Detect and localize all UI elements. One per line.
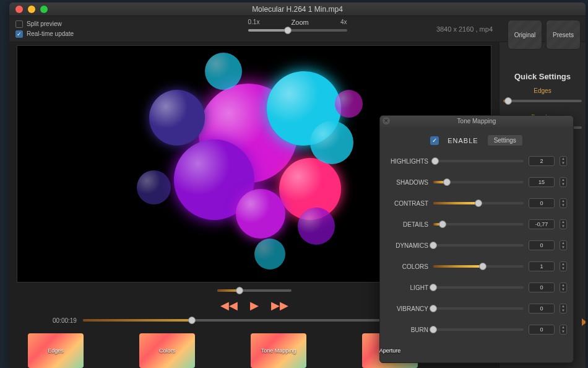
quick-settings-title: Quick Settings xyxy=(503,72,582,81)
param-value[interactable]: -0,77 xyxy=(529,219,555,229)
enable-checkbox[interactable]: ✓ xyxy=(430,136,439,145)
step-up-icon: ▲ xyxy=(560,325,566,330)
window-title: Molecular H.264 1 Min.mp4 xyxy=(9,5,586,14)
step-down-icon: ▼ xyxy=(560,203,566,208)
expand-arrow-icon[interactable] xyxy=(582,318,586,326)
step-up-icon: ▲ xyxy=(560,304,566,309)
param-slider[interactable] xyxy=(433,220,524,229)
step-up-icon: ▲ xyxy=(560,157,566,161)
time-current: 00:00:19 xyxy=(53,317,77,324)
param-row: COLORS1▲▼ xyxy=(380,259,573,274)
step-down-icon: ▼ xyxy=(560,309,566,313)
param-stepper[interactable]: ▲▼ xyxy=(560,283,567,292)
presets-button[interactable]: Presets xyxy=(546,20,581,50)
step-up-icon: ▲ xyxy=(560,241,566,245)
zoom-slider[interactable] xyxy=(248,26,347,35)
step-down-icon: ▼ xyxy=(560,224,566,229)
checkbox-icon xyxy=(15,20,23,28)
param-slider[interactable] xyxy=(433,241,524,250)
step-up-icon: ▲ xyxy=(560,220,566,224)
param-row: HIGHLIGHTS2▲▼ xyxy=(380,154,573,169)
preset-thumbnail[interactable]: Edges xyxy=(28,333,84,368)
param-stepper[interactable]: ▲▼ xyxy=(560,156,567,166)
param-value[interactable]: 0 xyxy=(529,283,555,292)
param-value[interactable]: 0 xyxy=(529,304,555,313)
enable-label: ENABLE xyxy=(447,137,478,144)
titlebar: Molecular H.264 1 Min.mp4 xyxy=(9,2,586,16)
step-down-icon: ▼ xyxy=(560,161,566,165)
param-label: DYNAMICS xyxy=(380,242,428,249)
param-label: BURN xyxy=(380,326,428,333)
play-button[interactable]: ▶ xyxy=(250,299,259,312)
checkbox-icon: ✓ xyxy=(15,30,23,38)
original-button[interactable]: Original xyxy=(508,20,542,50)
param-row: SHADOWS15▲▼ xyxy=(380,175,573,190)
param-slider[interactable] xyxy=(433,325,524,334)
tone-mapping-panel: ✕ Tone Mapping ✓ ENABLE Settings HIGHLIG… xyxy=(379,115,574,363)
step-down-icon: ▼ xyxy=(560,182,566,186)
step-down-icon: ▼ xyxy=(560,266,566,271)
param-stepper[interactable]: ▲▼ xyxy=(560,177,567,187)
zoom-control: 0.1x Zoom 4x xyxy=(248,19,347,35)
param-label: CONTRAST xyxy=(380,200,428,207)
panel-close-icon[interactable]: ✕ xyxy=(383,117,390,125)
step-up-icon: ▲ xyxy=(560,178,566,182)
param-slider[interactable] xyxy=(433,304,524,313)
step-up-icon: ▲ xyxy=(560,199,566,203)
rewind-button[interactable]: ◀◀ xyxy=(220,299,238,312)
step-down-icon: ▼ xyxy=(560,330,566,334)
param-stepper[interactable]: ▲▼ xyxy=(560,261,567,271)
panel-titlebar[interactable]: ✕ Tone Mapping xyxy=(380,116,573,127)
preview-content xyxy=(112,46,397,282)
param-stepper[interactable]: ▲▼ xyxy=(560,219,567,229)
param-label: SHADOWS xyxy=(380,179,428,186)
step-down-icon: ▼ xyxy=(560,245,566,250)
quick-setting-label: Edges xyxy=(503,87,582,94)
scrub-slider[interactable] xyxy=(83,316,423,325)
param-slider[interactable] xyxy=(433,262,524,271)
param-label: VIBRANCY xyxy=(380,305,428,312)
param-stepper[interactable]: ▲▼ xyxy=(560,325,567,335)
settings-button[interactable]: Settings xyxy=(487,134,523,146)
quick-setting-slider[interactable] xyxy=(503,97,582,105)
mini-slider[interactable] xyxy=(217,286,292,295)
param-row: LIGHT0▲▼ xyxy=(380,280,573,295)
param-value[interactable]: 0 xyxy=(529,198,555,208)
param-row: DYNAMICS0▲▼ xyxy=(380,238,573,253)
step-down-icon: ▼ xyxy=(560,287,566,292)
realtime-update-toggle[interactable]: ✓ Real-time update xyxy=(15,30,74,38)
param-row: DETAILS-0,77▲▼ xyxy=(380,217,573,232)
param-value[interactable]: 0 xyxy=(529,325,555,335)
param-stepper[interactable]: ▲▼ xyxy=(560,304,567,313)
param-value[interactable]: 15 xyxy=(529,177,555,187)
param-label: DETAILS xyxy=(380,221,428,228)
step-up-icon: ▲ xyxy=(560,283,566,287)
param-value[interactable]: 0 xyxy=(529,240,555,250)
param-slider[interactable] xyxy=(433,178,524,186)
forward-button[interactable]: ▶▶ xyxy=(271,299,288,312)
preset-thumbnail[interactable]: Colors xyxy=(139,333,195,368)
param-slider[interactable] xyxy=(433,283,524,292)
preset-thumbnail[interactable]: Tone Mapping xyxy=(251,333,306,368)
param-slider[interactable] xyxy=(433,157,524,165)
param-row: VIBRANCY0▲▼ xyxy=(380,301,573,316)
split-preview-toggle[interactable]: Split preview xyxy=(15,20,74,28)
param-label: COLORS xyxy=(380,263,428,270)
param-row: CONTRAST0▲▼ xyxy=(380,196,573,211)
param-slider[interactable] xyxy=(433,199,524,208)
top-toolbar: Split preview ✓ Real-time update 0.1x Zo… xyxy=(9,16,586,42)
param-label: LIGHT xyxy=(380,284,428,291)
param-label: HIGHLIGHTS xyxy=(380,158,428,165)
param-value[interactable]: 1 xyxy=(529,261,555,271)
param-stepper[interactable]: ▲▼ xyxy=(560,240,567,250)
param-stepper[interactable]: ▲▼ xyxy=(560,198,567,208)
param-row: BURN0▲▼ xyxy=(380,322,573,337)
resolution-label: 3840 x 2160 , mp4 xyxy=(436,25,493,33)
step-up-icon: ▲ xyxy=(560,262,566,266)
param-value[interactable]: 2 xyxy=(529,156,555,166)
